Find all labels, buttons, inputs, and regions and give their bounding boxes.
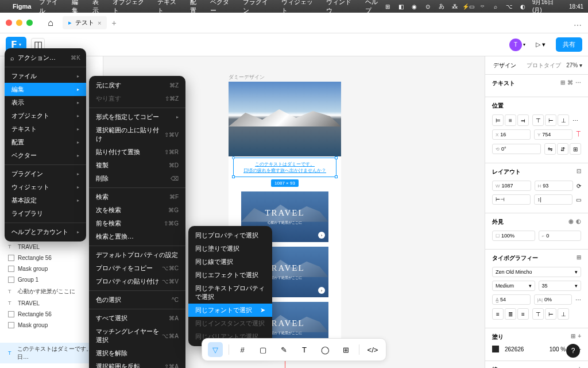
select-same-props[interactable]: 同じプロパティで選択 — [188, 229, 272, 242]
text-valign-mid[interactable]: ⊢ — [545, 308, 556, 320]
zoom-dropdown[interactable]: 27% ▾ — [566, 62, 582, 68]
resize-field[interactable]: ↕| — [534, 194, 572, 205]
tab-close-icon[interactable]: × — [98, 20, 101, 26]
share-button[interactable]: 共有 — [556, 37, 582, 52]
home-tab[interactable]: ⌂ — [43, 16, 58, 30]
actions-tool[interactable]: ⊞ — [338, 342, 353, 357]
style-icon[interactable]: ⊞ — [571, 333, 575, 341]
text-valign-bot[interactable]: ⊥ — [558, 308, 569, 320]
undo[interactable]: 元に戻す⌘Z — [89, 79, 185, 92]
menu-edit[interactable]: 編集▸ — [5, 83, 86, 96]
invert-selection[interactable]: 選択範囲を反転⇧⌘A — [89, 360, 185, 368]
layer-item[interactable]: TTRAVEL — [0, 241, 103, 252]
blend-icon[interactable]: ◐ — [576, 218, 581, 226]
frame-name[interactable]: ダミーデザイン — [229, 74, 265, 81]
copy-as[interactable]: 形式を指定してコピー▸ — [89, 110, 185, 124]
type-more-icon[interactable]: ⋯ — [575, 297, 581, 303]
chevron-down-icon[interactable]: ▾ — [523, 42, 525, 47]
menu-file[interactable]: ファイル▸ — [5, 70, 86, 83]
menu-widgets[interactable]: ウィジェット — [281, 0, 318, 15]
present-button[interactable]: ▷ ▾ — [531, 39, 550, 51]
resize-handle[interactable] — [335, 156, 338, 159]
text-align-left[interactable]: ≡ — [492, 308, 504, 320]
component-icon[interactable]: ⊞ — [560, 79, 565, 87]
width-field[interactable]: W1087 — [492, 181, 531, 191]
minimize-window-button[interactable] — [16, 20, 22, 26]
more-icon[interactable]: ⋯ — [575, 79, 581, 87]
layer-item[interactable]: Mask group — [0, 320, 103, 331]
auto-layout-icon[interactable]: ⊡ — [577, 168, 581, 176]
paste-props[interactable]: プロパティの貼り付け⌥⌘V — [89, 275, 185, 288]
align-bottom-button[interactable]: ⊥ — [558, 114, 569, 126]
more-transform-button[interactable]: ⊞ — [570, 143, 581, 155]
select-same-text-props[interactable]: 同じテキストプロパティで選択 — [188, 282, 272, 304]
menu-view[interactable]: 表示▸ — [5, 96, 86, 109]
menu-vector[interactable]: ベクター▸ — [5, 149, 86, 162]
flip-h-button[interactable]: ⇋ — [544, 143, 556, 155]
layer-item-selected[interactable]: Tこのテキストはダミーです。日… — [0, 343, 103, 363]
tray-icon-line[interactable]: ◉ — [411, 2, 419, 10]
resize-handle[interactable] — [232, 156, 235, 159]
menu-widgets[interactable]: ウィジェット▸ — [5, 181, 86, 194]
type-settings-icon[interactable]: ⊞ — [577, 254, 581, 262]
resize-handle[interactable] — [335, 175, 338, 178]
menu-plugins[interactable]: プラグイン▸ — [5, 167, 86, 181]
align-middle-button[interactable]: ⊢ — [545, 114, 556, 126]
default-props[interactable]: デフォルトプロパティの設定 — [89, 248, 185, 262]
select-all[interactable]: すべて選択⌘A — [89, 312, 185, 325]
menu-file[interactable]: ファイル — [39, 0, 64, 15]
align-left-button[interactable]: ⊨ — [492, 114, 504, 126]
menu-help-account[interactable]: ヘルプとアカウント▸ — [5, 225, 86, 239]
tab-prototype[interactable]: プロトタイプ — [524, 57, 563, 74]
menu-help[interactable]: ヘルプ — [365, 0, 384, 15]
menubar-time[interactable]: 18:41 — [569, 3, 583, 10]
window-overflow-icon[interactable]: ⋯ — [574, 21, 582, 30]
menu-arrange[interactable]: 配置 — [190, 0, 202, 15]
fill-hex[interactable]: 262626 — [505, 346, 524, 352]
font-size-field[interactable]: 35▾ — [539, 281, 582, 291]
visibility-icon[interactable]: ◉ — [568, 218, 574, 226]
select-same-fill[interactable]: 同じ塗りで選択 — [188, 242, 272, 255]
move-tool[interactable]: ▽ — [208, 342, 223, 357]
font-family-field[interactable]: Zen Old Mincho▾ — [492, 267, 581, 277]
tray-ime-icon[interactable]: あ — [438, 2, 446, 10]
user-avatar[interactable]: T — [509, 39, 522, 51]
card-arrow-button[interactable]: › — [318, 232, 325, 239]
text-align-center[interactable]: ≣ — [505, 308, 516, 320]
delete[interactable]: 削除⌫ — [89, 172, 185, 185]
layer-item[interactable]: Mask group — [0, 263, 103, 274]
letter-spacing-field[interactable]: |A|0% — [534, 294, 572, 305]
y-field[interactable]: Y754 — [534, 129, 572, 140]
tray-icon-1[interactable]: ⊞ — [384, 2, 392, 10]
paste-over[interactable]: 選択範囲の上に貼り付け⇧⌘V — [89, 124, 185, 145]
flip-v-button[interactable]: ⇵ — [557, 143, 568, 155]
layer-item[interactable]: Group 1 — [0, 274, 103, 285]
x-field[interactable]: X16 — [492, 129, 531, 140]
menu-text[interactable]: テキスト▸ — [5, 122, 86, 136]
radius-field[interactable]: ⌐0 — [539, 231, 582, 241]
wifi-icon[interactable]: ⌔ — [478, 2, 486, 10]
redo[interactable]: やり直す⇧⌘Z — [89, 92, 185, 105]
menu-preferences[interactable]: 基本設定▸ — [5, 194, 86, 207]
resize-more-icon[interactable]: ▭ — [576, 197, 581, 203]
layer-item[interactable]: Rectangle 56 — [0, 252, 103, 263]
siri-icon[interactable]: ◐ — [519, 2, 527, 10]
rotation-field[interactable]: ⟲0° — [492, 144, 541, 154]
tray-icon-2[interactable]: ◧ — [397, 2, 405, 10]
menu-object[interactable]: オブジェクト▸ — [5, 109, 86, 122]
pen-tool[interactable]: ✎ — [276, 342, 291, 357]
find[interactable]: 検索⌘F — [89, 190, 185, 204]
help-button[interactable]: ? — [566, 344, 580, 358]
add-fill-icon[interactable]: + — [578, 333, 581, 341]
card-arrow-button[interactable]: › — [318, 287, 325, 294]
find-replace[interactable]: 検索と置換… — [89, 230, 185, 243]
close-window-button[interactable] — [6, 20, 12, 26]
menu-text[interactable]: テキスト — [157, 0, 182, 15]
height-field[interactable]: H93 — [535, 181, 574, 191]
frame-tool[interactable]: # — [235, 342, 250, 357]
tray-icon-3[interactable]: ⊙ — [424, 2, 432, 10]
zoom-window-button[interactable] — [26, 20, 33, 26]
shape-tool[interactable]: ▢ — [256, 342, 270, 357]
tab-design[interactable]: デザイン — [491, 57, 519, 74]
menubar-date[interactable]: 9月16日 (月) — [532, 0, 563, 14]
